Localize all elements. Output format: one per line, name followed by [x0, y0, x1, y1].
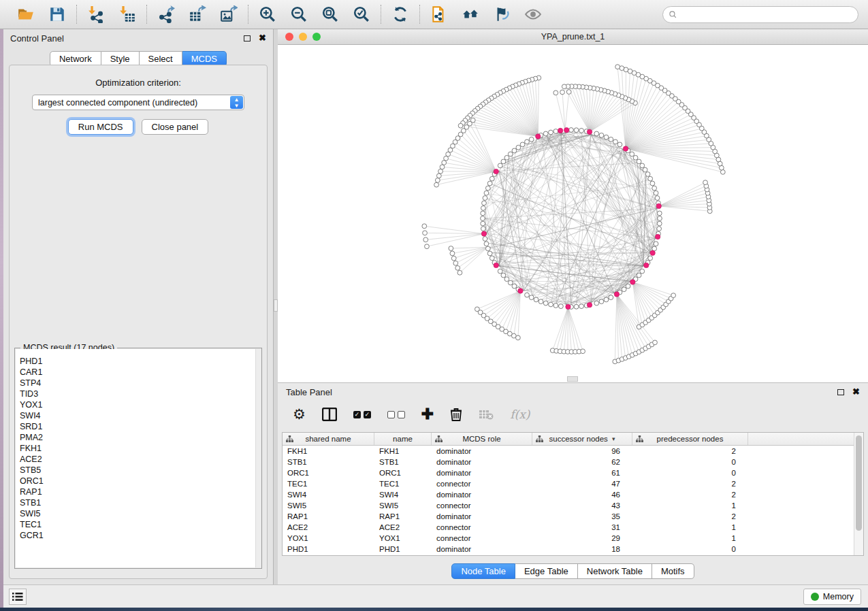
network-node[interactable] [512, 148, 517, 153]
network-node[interactable] [423, 231, 428, 235]
network-node[interactable] [574, 304, 579, 309]
network-node[interactable] [483, 237, 487, 242]
network-node[interactable] [504, 155, 509, 160]
network-node[interactable] [442, 161, 447, 165]
network-node[interactable] [484, 242, 489, 246]
network-node[interactable] [650, 181, 655, 186]
network-node[interactable] [569, 128, 574, 133]
list-item[interactable]: ORC1 [20, 476, 261, 486]
network-node[interactable] [655, 196, 660, 201]
mcds-hub-node[interactable] [481, 231, 486, 236]
list-item[interactable]: FKH1 [20, 443, 261, 454]
network-node[interactable] [485, 186, 490, 191]
delete-column-icon[interactable] [450, 406, 462, 423]
list-item[interactable]: SWI4 [20, 410, 261, 421]
network-node[interactable] [483, 196, 487, 201]
zoom-in-icon[interactable] [257, 4, 278, 24]
network-node[interactable] [457, 270, 462, 275]
network-node[interactable] [450, 251, 455, 256]
split-columns-icon[interactable] [322, 406, 337, 423]
table-row[interactable]: TEC1TEC1connector472 [283, 478, 863, 489]
network-node[interactable] [520, 142, 525, 147]
table-row[interactable]: STB1STB1dominator620 [283, 457, 863, 467]
mcds-hub-node[interactable] [650, 250, 655, 255]
mcds-hub-node[interactable] [655, 234, 660, 239]
table-scrollbar-thumb[interactable] [856, 435, 862, 531]
graphics-details-eye-icon[interactable] [523, 4, 543, 24]
mcds-hub-node[interactable] [494, 169, 498, 174]
save-session-icon[interactable] [47, 4, 67, 24]
network-node[interactable] [657, 211, 662, 216]
table-scrollbar[interactable] [854, 433, 863, 555]
network-node[interactable] [446, 152, 451, 156]
zoom-selected-icon[interactable] [351, 4, 372, 24]
network-node[interactable] [637, 159, 641, 164]
refresh-layout-icon[interactable] [390, 4, 411, 24]
network-node[interactable] [626, 284, 630, 288]
network-node[interactable] [484, 191, 489, 195]
optimization-select[interactable]: largest connected component (undirected)… [32, 95, 244, 110]
network-node[interactable] [487, 181, 492, 186]
network-node[interactable] [516, 335, 521, 340]
network-node[interactable] [648, 176, 653, 181]
network-node[interactable] [553, 303, 558, 308]
network-node[interactable] [579, 304, 584, 309]
list-item[interactable]: TEC1 [20, 519, 261, 530]
list-item[interactable]: TID3 [20, 389, 261, 399]
network-node[interactable] [622, 287, 626, 292]
tab-network-table[interactable]: Network Table [578, 563, 652, 579]
search-input[interactable] [677, 8, 858, 22]
network-node[interactable] [512, 284, 517, 288]
network-node[interactable] [529, 137, 534, 142]
close-table-panel-icon[interactable]: ✖ [852, 389, 860, 395]
list-item[interactable]: SWI5 [20, 508, 261, 519]
network-node[interactable] [640, 269, 645, 274]
network-node[interactable] [599, 133, 604, 137]
network-node[interactable] [648, 256, 653, 261]
attributes-gear-icon[interactable]: ⚙ [293, 406, 306, 423]
network-node[interactable] [482, 201, 487, 205]
network-node[interactable] [481, 216, 485, 221]
network-node[interactable] [543, 131, 548, 136]
network-node[interactable] [458, 123, 463, 128]
list-item[interactable]: STB5 [20, 465, 261, 476]
mcds-hub-node[interactable] [564, 127, 568, 132]
list-item[interactable]: SRD1 [20, 421, 261, 432]
table-row[interactable]: ACE2ACE2connector311 [283, 522, 863, 533]
network-node[interactable] [652, 186, 657, 191]
network-node[interactable] [485, 246, 490, 251]
close-panel-button[interactable]: Close panel [142, 119, 209, 135]
table-row[interactable]: FKH1FKH1dominator962 [283, 446, 863, 457]
memory-button[interactable]: Memory [803, 589, 861, 605]
network-node[interactable] [438, 169, 443, 174]
network-node[interactable] [501, 159, 506, 164]
network-node[interactable] [539, 299, 543, 304]
mcds-hub-node[interactable] [536, 134, 541, 139]
network-node[interactable] [609, 137, 613, 142]
select-all-columns-icon[interactable]: ✓✓ [353, 406, 371, 423]
network-graph[interactable] [278, 45, 868, 382]
import-network-icon[interactable] [86, 4, 106, 24]
network-node[interactable] [633, 155, 638, 160]
column-header-successor-nodes[interactable]: successor nodes▾ [532, 433, 632, 445]
network-node[interactable] [613, 139, 618, 144]
network-node[interactable] [640, 163, 645, 168]
network-node[interactable] [481, 227, 485, 231]
result-list-scrollbar[interactable] [255, 349, 261, 567]
network-node[interactable] [653, 340, 658, 345]
unselect-all-columns-icon[interactable] [387, 406, 405, 423]
export-image-icon[interactable] [219, 4, 239, 24]
mcds-hub-node[interactable] [623, 146, 628, 151]
network-node[interactable] [487, 251, 492, 256]
network-node[interactable] [534, 297, 539, 302]
mcds-hub-node[interactable] [587, 302, 592, 307]
list-item[interactable]: YOX1 [20, 399, 261, 410]
mcds-hub-node[interactable] [587, 129, 592, 134]
network-node[interactable] [560, 90, 565, 95]
network-node[interactable] [498, 269, 502, 274]
network-node[interactable] [435, 178, 440, 183]
clone-network-icon[interactable] [429, 4, 449, 24]
horizontal-splitter-grip[interactable] [567, 376, 578, 382]
column-header-mcds-role[interactable]: MCDS role [432, 433, 532, 445]
network-node[interactable] [657, 221, 662, 226]
